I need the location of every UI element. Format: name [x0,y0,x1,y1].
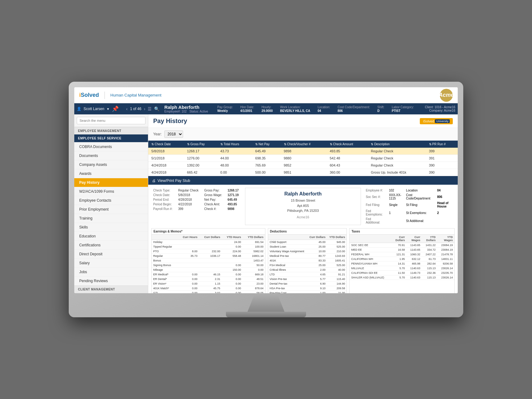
sidebar-item-jobs[interactable]: Jobs [74,268,148,277]
cell-check-amount: 493.85 [327,148,368,155]
pay-group-detail: Pay Group: Weekly [217,105,233,113]
col-gross-pay[interactable]: ⇅ Gross Pay [184,141,217,148]
earn-ytd-dollars: 0.00 [243,268,265,272]
earn-curr-dollars: 1036.17 [199,254,222,258]
earn-ytd-hours: 224.00 [222,249,243,254]
pay-history-table-container: ⇅ Check Date ⇅ Gross Pay ⇅ Total Hours ⇅… [148,141,458,176]
labor-label: Labor Category: [392,105,414,109]
tax-row: MED EE 16.58 1143.65 334.72 23084.19 [350,248,454,252]
cell-check-amount: 604.43 [327,162,368,169]
hourly-value: 29.0000 [262,109,273,113]
taxes-header-row: CurrDollars CurrWages YTDDollars YTDWage… [350,235,454,243]
cell-pr-run: 390 [426,169,458,176]
work-location-value: BEVERLY HILLS, CA [280,109,310,113]
tax-col-curr-d: CurrDollars [392,235,406,243]
sidebar-item-documents[interactable]: Documents [74,151,148,160]
col-check-amount[interactable]: ⇅ Check Amount [327,141,368,148]
tax-curr-d: 14.31 [392,261,406,266]
tax-row: CALIFORNIA WH 1.95 632.12 61.73 14831.11 [350,257,454,261]
year-select[interactable]: 2018 [164,130,183,138]
earn-curr-dollars: 1.15 [199,282,222,286]
list-view-icon[interactable]: ☰ [148,106,152,111]
sidebar-item-pay-history[interactable]: Pay History [74,178,148,187]
shift-label: Shift: [377,105,384,109]
table-row[interactable]: 5/8/2018 1268.17 43.73 645.49 9898 493.8… [148,148,458,155]
cell-gross-pay: 665.42 [184,169,217,176]
sidebar-item-salary[interactable]: Salary [74,259,148,268]
tax-curr-d: 11.50 [392,271,406,275]
sidebar-item-company-assets[interactable]: Company Assets [74,160,148,169]
col-check-date[interactable]: ⇅ Check Date [148,141,184,148]
gross-wage-label: Gross Wage: [203,193,226,197]
user-button[interactable]: 👤 Scott Larsen ▼ [77,107,109,111]
col-total-hours[interactable]: ⇅ Total Hours [217,141,252,148]
earn-curr-dollars [199,263,222,268]
tax-curr-w: 1140.63 [407,275,422,280]
period-end-label: Period End: [152,198,176,202]
col-check-voucher[interactable]: ⇅ Check/Voucher # [281,141,327,148]
ded-label: FSA Medical [268,263,307,268]
tax-row: MILLVALE 5.70 1140.63 115.13 23026.14 [350,266,454,271]
sidebar-item-cobra[interactable]: COBRA Documents [74,142,148,151]
location-label: Location: [318,105,330,109]
gross-wage-value: 1271.19 [226,193,241,197]
col-description[interactable]: ⇅ Description [368,141,426,148]
sidebar-section-employee-management[interactable]: EMPLOYEE MANAGEMENT [74,127,148,134]
deduction-row: Critical Illines 2.00 40.00 [268,268,347,272]
sidebar-section-client-management[interactable]: CLIENT MANAGEMENT [74,286,148,293]
sidebar-section-payroll-processing[interactable]: PAYROLL PROCESSING [74,293,148,293]
col-pr-run[interactable]: ⇅ PR Run # [426,141,458,148]
earn-label: ER Medical* [152,272,178,277]
table-row[interactable]: 4/24/2018 665.42 0.00 500.00 9851 360.00… [148,169,458,176]
cell-description: Gross Up. Include 401k [368,169,426,176]
nav-prev-btn[interactable]: ‹ [126,106,128,111]
tax-curr-w: 1143.65 [407,248,422,252]
sidebar-item-training[interactable]: Training [74,214,148,223]
ded-curr: 5.77 [307,277,327,282]
sidebar-search-input[interactable] [77,117,145,124]
sidebar-item-prior-employment[interactable]: Prior Employment [74,205,148,214]
isolved-university-button[interactable]: iSolved University [420,118,453,124]
deduction-row: LTD 4.65 91.21 [268,272,347,277]
earn-ytd-hours: 0.00 [222,245,243,249]
sidebar-item-direct-deposit[interactable]: Direct Deposit [74,250,148,259]
sidebar-item-certifications[interactable]: Certifications [74,241,148,250]
check-type-label: Check Type: [152,188,176,192]
earnings-row: PTO 8.00 232.00 224.00 5982.02 [152,249,265,254]
fed-additional-row: Fed Additional: St Additional: [365,217,454,224]
period-end-row: Period End: 4/28/2018 Net Pay: 645.49 [152,198,241,202]
sidebar-item-w2[interactable]: W2/ACA/1099 Forms [74,187,148,196]
sidebar-item-education[interactable]: Education [74,232,148,241]
nav-next-btn[interactable]: › [144,106,145,111]
tax-label: CALIFORNIA SDI EE [350,271,392,275]
emp-num-label: Employee #: [365,188,387,192]
cell-net-pay: 645.49 [252,148,281,155]
sidebar-section-ess[interactable]: EMPLOYEE SELF SERVICE [74,134,148,142]
pay-group-value: Weekly [217,109,233,113]
search-icon[interactable]: 🔍 [154,106,159,111]
nav-icons: ☰ 🔍 [148,106,159,111]
earn-label: Tipped Regular [152,245,178,249]
company-value: Acme16 [444,109,455,112]
cell-pr-run: 391 [426,155,458,162]
deductions-header-row: Curr Dollars YTD Dollars [268,235,347,240]
sidebar-item-awards[interactable]: Awards [74,169,148,178]
earn-ytd-hours: 0.00 [222,282,243,286]
table-row[interactable]: 4/24/2018 1392.00 48.00 765.69 9852 604.… [148,162,458,169]
ded-label: Critical Illines [268,268,307,272]
fed-additional-label: Fed Additional: [365,217,387,224]
earnings-row: GTL 0.00 3.02 0.00 58.05 [152,291,265,294]
sidebar-item-pending-reviews[interactable]: Pending Reviews [74,277,148,286]
labor-detail: Labor Category: PTIST [392,105,414,113]
col-net-pay[interactable]: ⇅ Net Pay [252,141,281,148]
sidebar-item-employee-contacts[interactable]: Employee Contacts [74,196,148,205]
table-row[interactable]: 5/1/2018 1276.00 44.00 698.35 9880 542.4… [148,155,458,162]
tax-curr-d: 16.58 [392,248,406,252]
ded-col-ytd: YTD Dollars [327,235,346,240]
sidebar-item-skills[interactable]: Skills [74,223,148,232]
ded-ytd: 40.00 [327,268,346,272]
earn-curr-dollars [199,268,222,272]
earn-curr-hours: 0.00 [178,286,199,291]
cell-net-pay: 698.35 [252,155,281,162]
ded-ytd: 144.90 [327,282,346,286]
